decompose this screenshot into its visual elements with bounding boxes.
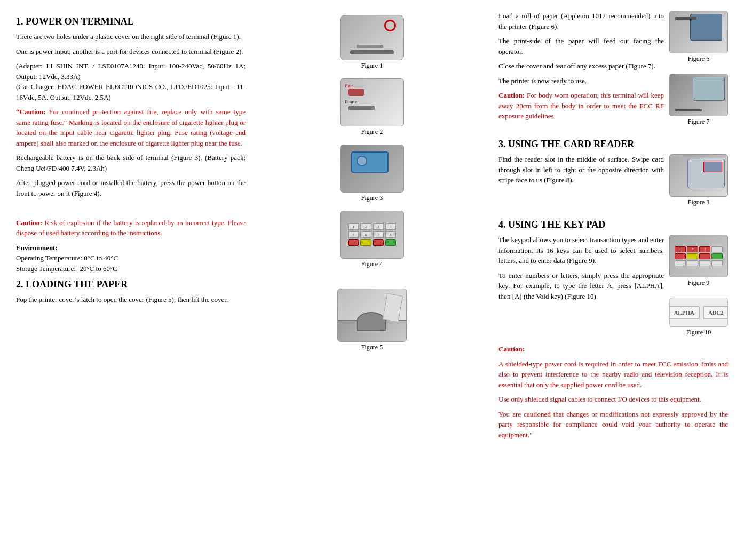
figure7-block: Figure 7 — [669, 74, 728, 126]
fig5-caption: Figure 5 — [361, 343, 383, 351]
figure8-block: Figure 8 — [669, 154, 728, 206]
s1-p3: (Adapter: LI SHIN INT. / LSE0107A1240: I… — [16, 61, 246, 102]
figure6-block: Figure 6 — [669, 11, 728, 63]
s1-env: Environment: Operating Temperature: 0°C … — [16, 243, 246, 274]
figure7-image — [669, 74, 728, 116]
figure8-image — [669, 154, 728, 197]
s1-caution2: Caution: Risk of explosion if the batter… — [16, 218, 246, 238]
caution4-text3: You are cautioned that changes or modifi… — [498, 409, 728, 441]
fig7-caption: Figure 7 — [688, 118, 709, 126]
s4-p2: To enter numbers or letters, simply pres… — [498, 270, 664, 302]
section-1: 1. POWER ON TERMINAL There are two holes… — [16, 16, 246, 274]
figure9-image: 1 2 3 — [669, 235, 728, 277]
section1-title: 1. POWER ON TERMINAL — [16, 16, 246, 27]
figure5-block: Figure 5 — [337, 289, 407, 351]
page-layout: 1. POWER ON TERMINAL There are two holes… — [13, 11, 731, 444]
s2-text: Load a roll of paper (Appleton 1012 reco… — [498, 11, 664, 126]
caution3-label: Caution: — [498, 91, 525, 99]
s2-p3: The print-side of the paper will feed ou… — [498, 36, 664, 57]
env-label: Environment: — [16, 244, 58, 252]
fig6-7-block: Figure 6 Figure 7 — [669, 11, 728, 133]
section-3: 3. USING THE CARD READER Find the reader… — [498, 139, 728, 214]
section3-title: 3. USING THE CARD READER — [498, 139, 728, 150]
section4-title: 4. USING THE KEY PAD — [498, 219, 728, 230]
s2-content: Load a roll of paper (Appleton 1012 reco… — [498, 11, 728, 133]
s2-caution3: Caution: For body worn operation, this t… — [498, 90, 664, 122]
figure2-image: Port Route — [340, 78, 404, 126]
section-2: 2. LOADING THE PAPER Pop the printer cov… — [16, 279, 246, 305]
right-column: Load a roll of paper (Appleton 1012 reco… — [495, 11, 731, 444]
section-4: 4. USING THE KEY PAD The keypad allows y… — [498, 219, 728, 440]
caution4-text2: Use only shielded signal cables to conne… — [498, 394, 728, 405]
s2-p2: Load a roll of paper (Appleton 1012 reco… — [498, 11, 664, 31]
figure4-block: 1 2 3 4 5 6 7 8 Figure 4 — [340, 211, 404, 268]
s3-content: Find the reader slot in the middle of su… — [498, 154, 728, 214]
fig10-caption: Figure 10 — [686, 329, 711, 337]
fig1-caption: Figure 1 — [361, 62, 383, 70]
caution1-text: For continued protection against fire, r… — [16, 108, 246, 147]
figure9-block: 1 2 3 — [669, 235, 728, 287]
fig9-10-block: 1 2 3 — [669, 235, 728, 344]
s2-p1: Pop the printer cover’s latch to open th… — [16, 294, 246, 305]
figure2-block: Port Route Figure 2 — [340, 78, 404, 136]
figure1-image — [340, 15, 404, 60]
abc2-key-display: ABC2 — [703, 306, 728, 319]
s2-p4: Close the cover and tear off any excess … — [498, 61, 664, 71]
fig6-caption: Figure 6 — [688, 55, 709, 63]
s1-p4: Rechargeable battery is on the back side… — [16, 153, 246, 173]
alpha-key-display: ALPHA — [669, 306, 700, 319]
section2-title: 2. LOADING THE PAPER — [16, 279, 246, 290]
figure10-block: ALPHA ABC2 Figure 10 — [669, 298, 728, 337]
fig2-caption: Figure 2 — [361, 128, 383, 136]
caution4-text1: A shielded-type power cord is required i… — [498, 359, 728, 390]
figure6-image — [669, 11, 728, 53]
figure1-block: Figure 1 — [340, 15, 404, 70]
middle-column: Figure 1 Port Route Figure 2 Figure 3 — [254, 11, 490, 444]
caution2-label: Caution: — [16, 219, 42, 227]
s4-content-top: The keypad allows you to select transact… — [498, 235, 728, 344]
figure3-image — [340, 145, 404, 193]
caution2-text: Risk of explosion if the battery is repl… — [16, 219, 246, 237]
env-p1: Operating Temperature: 0°C to 40°C — [16, 254, 118, 262]
fig9-caption: Figure 9 — [688, 279, 709, 287]
fig3-caption: Figure 3 — [361, 194, 383, 202]
figure5-image — [337, 289, 407, 342]
fig8-caption: Figure 8 — [688, 198, 709, 206]
s4-caution4: Caution: A shielded-type power cord is r… — [498, 344, 728, 440]
s1-caution1: “Caution: For continued protection again… — [16, 107, 246, 148]
left-column: 1. POWER ON TERMINAL There are two holes… — [13, 11, 249, 444]
fig4-caption: Figure 4 — [361, 260, 383, 268]
s1-p1: There are two holes under a plastic cove… — [16, 31, 246, 42]
env-p2: Storage Temperature: -20°C to 60°C — [16, 265, 117, 273]
s1-p2: One is power input; another is a port fo… — [16, 46, 246, 57]
figure3-block: Figure 3 — [340, 145, 404, 202]
figure10-image: ALPHA ABC2 — [669, 298, 728, 327]
s4-p1: The keypad allows you to select transact… — [498, 235, 664, 266]
s4-text: The keypad allows you to select transact… — [498, 235, 664, 306]
s2-p5: The printer is now ready to use. — [498, 76, 664, 86]
caution4-header: Caution: — [498, 344, 728, 355]
caution1-label: “Caution: — [16, 108, 46, 116]
s3-p1: Find the reader slot in the middle of su… — [498, 154, 664, 186]
s1-p5: After plugged power cord or installed th… — [16, 178, 246, 198]
caution4-label: Caution: — [498, 345, 525, 353]
figure4-image: 1 2 3 4 5 6 7 8 — [340, 211, 404, 259]
